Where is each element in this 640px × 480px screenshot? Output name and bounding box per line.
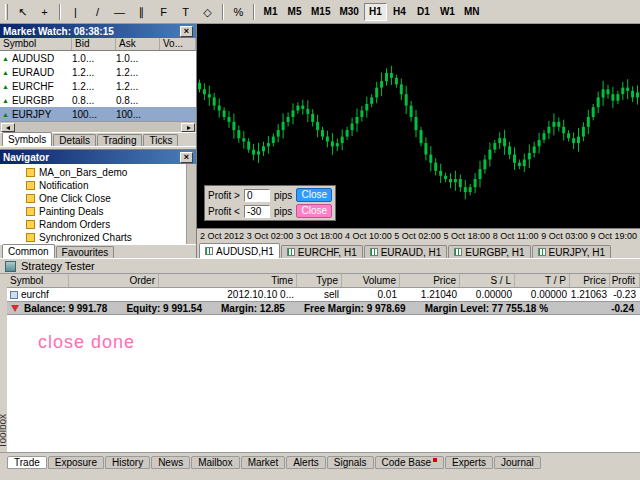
toolbar-grip[interactable] (5, 4, 8, 20)
fibonacci-icon[interactable]: F (153, 3, 174, 21)
symbol-label: EURGBP (12, 95, 54, 106)
tick-up-icon: ▲ (2, 69, 9, 76)
tab-history[interactable]: History (105, 456, 150, 469)
chart-tab-eurgbp[interactable]: EURGBP, H1 (448, 245, 530, 258)
tab-code-base[interactable]: Code Base (375, 456, 444, 469)
timeframe-h4-button[interactable]: H4 (388, 3, 411, 21)
trade-order-row[interactable]: eurchf 2012.10.10 0... sell 0.01 1.21040… (7, 288, 640, 301)
tab-experts[interactable]: Experts (445, 456, 493, 469)
script-icon (26, 194, 35, 203)
close-icon[interactable]: × (180, 152, 193, 163)
horizontal-line-icon[interactable]: — (109, 3, 130, 21)
timeframe-m15-button[interactable]: M15 (307, 3, 334, 21)
main-area: Market Watch: 08:38:15 × Symbol Bid Ask … (0, 24, 640, 258)
navigator-item[interactable]: Random Orders (0, 218, 196, 231)
profit-lt-input[interactable] (244, 205, 270, 218)
shapes-icon[interactable]: ◇ (197, 3, 218, 21)
toolbar-separator (59, 4, 61, 20)
market-watch-row[interactable]: ▲AUDUSD 1.0... 1.0... (0, 51, 196, 65)
tab-trade[interactable]: Trade (7, 456, 47, 469)
vertical-line-icon[interactable]: | (65, 3, 86, 21)
close-icon[interactable]: × (180, 26, 193, 37)
column-volume[interactable]: Volume (342, 274, 400, 287)
market-watch-row[interactable]: ▲EURCHF 1.2... 1.2... (0, 79, 196, 93)
vertical-scrollbar[interactable] (186, 164, 196, 244)
column-time[interactable]: Time (159, 274, 297, 287)
timeframe-w1-button[interactable]: W1 (436, 3, 459, 21)
tab-alerts[interactable]: Alerts (286, 456, 326, 469)
chart-tab-label: EURAUD, H1 (381, 247, 442, 258)
market-watch-row-selected[interactable]: ▲EURJPY 100... 100... (0, 107, 196, 121)
navigator-item[interactable]: Painting Deals (0, 205, 196, 218)
tab-journal[interactable]: Journal (494, 456, 541, 469)
profit-gt-input[interactable] (244, 189, 270, 202)
crosshair-icon[interactable]: + (34, 3, 55, 21)
navigator-item[interactable]: One Click Close (0, 192, 196, 205)
column-symbol[interactable]: Symbol (0, 38, 72, 50)
profit-lt-label: Profit < (208, 206, 240, 217)
candlestick-chart[interactable]: Profit > pips Close Profit < pips Close (197, 24, 640, 228)
column-profit[interactable]: Profit (610, 274, 640, 287)
tab-common[interactable]: Common (2, 244, 55, 258)
toolbox-vertical-label[interactable]: Toolbox (0, 414, 8, 448)
chart-tab-eurjpy[interactable]: EURJPY, H1 (532, 245, 612, 258)
scroll-left-icon[interactable] (1, 123, 15, 132)
column-sl[interactable]: S / L (460, 274, 515, 287)
symbol-label: EURAUD (12, 67, 54, 78)
text-icon[interactable]: T (175, 3, 196, 21)
column-symbol[interactable]: Symbol (7, 274, 69, 287)
percent-icon[interactable]: % (228, 3, 249, 21)
column-price[interactable]: Price (400, 274, 460, 287)
tab-symbols[interactable]: Symbols (2, 132, 52, 146)
timeframe-h1-button[interactable]: H1 (364, 3, 387, 21)
navigator-item[interactable]: Synchronized Charts (0, 231, 196, 244)
strategy-tester-bar[interactable]: Strategy Tester (0, 258, 640, 274)
chart-tab-audusd[interactable]: AUDUSD,H1 (199, 243, 280, 258)
tab-exposure[interactable]: Exposure (48, 456, 104, 469)
market-watch-row[interactable]: ▲EURAUD 1.2... 1.2... (0, 65, 196, 79)
codebase-badge-icon (433, 458, 437, 462)
channel-icon[interactable]: ∥ (131, 3, 152, 21)
scroll-right-icon[interactable] (181, 123, 195, 132)
ask-value: 1.0... (116, 53, 160, 64)
navigator-item[interactable]: MA_on_Bars_demo (0, 166, 196, 179)
market-watch-row[interactable]: ▲EURGBP 0.8... 0.8... (0, 93, 196, 107)
timeframe-d1-button[interactable]: D1 (412, 3, 435, 21)
cursor-icon[interactable]: ↖ (12, 3, 33, 21)
navigator-item[interactable]: Notification (0, 179, 196, 192)
timeframe-mn-button[interactable]: MN (460, 3, 484, 21)
column-tp[interactable]: T / P (515, 274, 570, 287)
tab-details[interactable]: Details (53, 134, 96, 146)
timeframe-m30-button[interactable]: M30 (335, 3, 362, 21)
navigator-tree: MA_on_Bars_demo Notification One Click C… (0, 164, 196, 244)
tab-signals[interactable]: Signals (327, 456, 374, 469)
account-summary-row[interactable]: Balance: 9 991.78 Equity: 9 991.54 Margi… (7, 301, 640, 315)
chart-tab-eurchf[interactable]: EURCHF, H1 (281, 245, 363, 258)
close-below-button[interactable]: Close (296, 204, 332, 218)
ask-value: 0.8... (116, 95, 160, 106)
tab-mailbox[interactable]: Mailbox (191, 456, 239, 469)
column-current-price[interactable]: Price (570, 274, 610, 287)
tab-market[interactable]: Market (241, 456, 286, 469)
trendline-icon[interactable]: / (87, 3, 108, 21)
column-ask[interactable]: Ask (116, 38, 160, 50)
pips-label: pips (274, 206, 292, 217)
floating-profit-value: -0.24 (611, 303, 634, 314)
market-watch-titlebar[interactable]: Market Watch: 08:38:15 × (0, 24, 196, 38)
tab-favourites[interactable]: Favourites (56, 246, 115, 258)
column-bid[interactable]: Bid (72, 38, 116, 50)
column-type[interactable]: Type (297, 274, 342, 287)
timeframe-m1-button[interactable]: M1 (259, 3, 282, 21)
horizontal-scrollbar[interactable] (0, 121, 196, 132)
column-volume[interactable]: Vo... (160, 38, 196, 50)
order-volume: 0.01 (342, 289, 400, 300)
chart-tab-euraud[interactable]: EURAUD, H1 (364, 245, 448, 258)
navigator-titlebar[interactable]: Navigator × (0, 150, 196, 164)
timeframe-m5-button[interactable]: M5 (283, 3, 306, 21)
tab-ticks[interactable]: Ticks (143, 134, 178, 146)
tab-trading[interactable]: Trading (97, 134, 143, 146)
tab-news[interactable]: News (151, 456, 190, 469)
close-above-button[interactable]: Close (296, 188, 332, 202)
order-tp: 0.00000 (515, 289, 570, 300)
column-order[interactable]: Order (69, 274, 159, 287)
